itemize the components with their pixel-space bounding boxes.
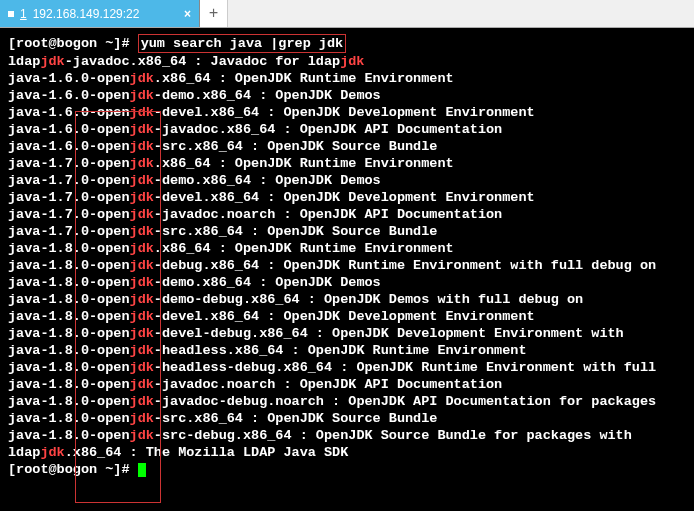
output-line: java-1.8.0-openjdk-demo-debug.x86_64 : O… [8, 292, 583, 307]
terminal-output: [root@bogon ~]# yum search java |grep jd… [0, 28, 694, 484]
output-line: java-1.8.0-openjdk.x86_64 : OpenJDK Runt… [8, 241, 454, 256]
tab-active[interactable]: 1 192.168.149.129:22 × [0, 0, 200, 27]
new-tab-button[interactable]: + [200, 0, 228, 27]
grep-match: jdk [130, 207, 154, 222]
grep-match: jdk [130, 258, 154, 273]
prompt: [root@bogon ~]# [8, 462, 138, 477]
output-line: java-1.8.0-openjdk-demo.x86_64 : OpenJDK… [8, 275, 381, 290]
output-line: ldapjdk.x86_64 : The Mozilla LDAP Java S… [8, 445, 348, 460]
tab-close-icon[interactable]: × [184, 7, 191, 21]
grep-match: jdk [40, 445, 64, 460]
output-line: java-1.8.0-openjdk-javadoc.noarch : Open… [8, 377, 502, 392]
terminal-viewport[interactable]: [root@bogon ~]# yum search java |grep jd… [0, 28, 694, 484]
output-line: java-1.7.0-openjdk-demo.x86_64 : OpenJDK… [8, 173, 381, 188]
grep-match: jdk [130, 71, 154, 86]
output-line: java-1.7.0-openjdk-devel.x86_64 : OpenJD… [8, 190, 535, 205]
output-line: java-1.7.0-openjdk-src.x86_64 : OpenJDK … [8, 224, 437, 239]
grep-match: jdk [130, 292, 154, 307]
grep-match: jdk [130, 224, 154, 239]
grep-match: jdk [130, 88, 154, 103]
output-line: java-1.8.0-openjdk-headless-debug.x86_64… [8, 360, 656, 375]
output-line: java-1.8.0-openjdk-src.x86_64 : OpenJDK … [8, 411, 437, 426]
output-line: java-1.8.0-openjdk-headless.x86_64 : Ope… [8, 343, 527, 358]
output-line: java-1.6.0-openjdk-src.x86_64 : OpenJDK … [8, 139, 437, 154]
output-line: java-1.6.0-openjdk-javadoc.x86_64 : Open… [8, 122, 502, 137]
output-line: java-1.8.0-openjdk-javadoc-debug.noarch … [8, 394, 656, 409]
output-line: java-1.8.0-openjdk-devel-debug.x86_64 : … [8, 326, 624, 341]
output-line: java-1.6.0-openjdk.x86_64 : OpenJDK Runt… [8, 71, 454, 86]
grep-match: jdk [130, 360, 154, 375]
output-line: java-1.7.0-openjdk-javadoc.noarch : Open… [8, 207, 502, 222]
grep-match: jdk [130, 377, 154, 392]
tab-status-icon [8, 11, 14, 17]
grep-match: jdk [40, 54, 64, 69]
command-highlight-box: yum search java |grep jdk [138, 34, 347, 53]
terminal-window: 1 192.168.149.129:22 × + [root@bogon ~]#… [0, 0, 694, 511]
tab-label: 192.168.149.129:22 [33, 7, 140, 21]
grep-match: jdk [130, 309, 154, 324]
output-line: java-1.6.0-openjdk-devel.x86_64 : OpenJD… [8, 105, 535, 120]
grep-match: jdk [130, 173, 154, 188]
grep-match: jdk [130, 105, 154, 120]
prompt: [root@bogon ~]# [8, 36, 138, 51]
grep-match: jdk [130, 394, 154, 409]
output-line: ldapjdk-javadoc.x86_64 : Javadoc for lda… [8, 54, 364, 69]
output-line: java-1.6.0-openjdk-demo.x86_64 : OpenJDK… [8, 88, 381, 103]
grep-match: jdk [340, 54, 364, 69]
grep-match: jdk [130, 343, 154, 358]
grep-match: jdk [130, 156, 154, 171]
output-line: java-1.8.0-openjdk-debug.x86_64 : OpenJD… [8, 258, 656, 273]
grep-match: jdk [130, 190, 154, 205]
grep-match: jdk [130, 139, 154, 154]
grep-match: jdk [130, 428, 154, 443]
tab-index: 1 [20, 7, 27, 21]
grep-match: jdk [130, 326, 154, 341]
cursor-icon [138, 463, 146, 477]
tab-bar: 1 192.168.149.129:22 × + [0, 0, 694, 28]
output-line: java-1.8.0-openjdk-src-debug.x86_64 : Op… [8, 428, 632, 443]
output-line: java-1.8.0-openjdk-devel.x86_64 : OpenJD… [8, 309, 535, 324]
output-line: java-1.7.0-openjdk.x86_64 : OpenJDK Runt… [8, 156, 454, 171]
grep-match: jdk [130, 411, 154, 426]
grep-match: jdk [130, 241, 154, 256]
grep-match: jdk [130, 275, 154, 290]
grep-match: jdk [130, 122, 154, 137]
